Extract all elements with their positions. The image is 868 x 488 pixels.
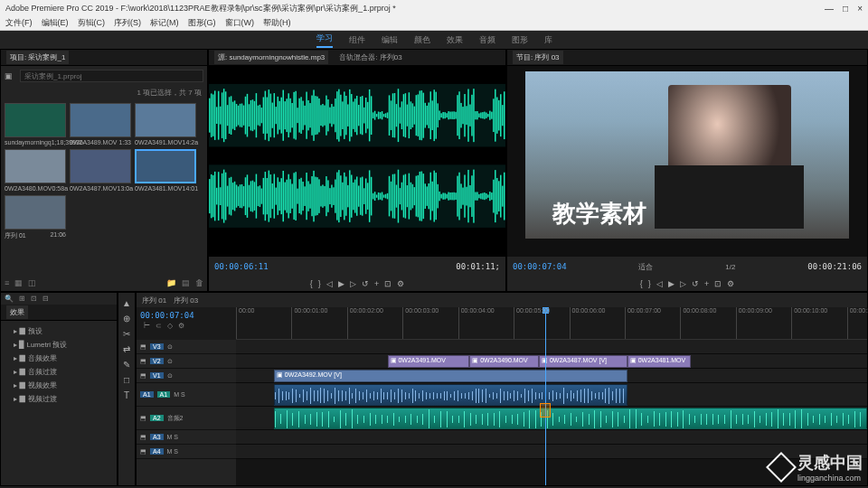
fx-search-icon[interactable]: 🔍 bbox=[5, 295, 14, 303]
program-timecode[interactable]: 00:00:07:04 bbox=[513, 262, 567, 271]
program-scale-dropdown[interactable]: 1/2 bbox=[725, 263, 735, 271]
workspace-tab-edit[interactable]: 编辑 bbox=[382, 34, 398, 46]
workspace-tab-library[interactable]: 库 bbox=[544, 34, 552, 46]
bin-item[interactable]: 序列 0121:06 bbox=[5, 195, 66, 240]
window-close-button[interactable]: × bbox=[857, 4, 863, 14]
new-bin-icon[interactable]: 📁 bbox=[166, 278, 176, 287]
workspace-tab-color[interactable]: 颜色 bbox=[414, 34, 430, 46]
timeline-ruler[interactable]: 00:0000:00:01:0000:00:02:0000:00:03:0000… bbox=[236, 307, 867, 340]
mark-out-icon[interactable]: } bbox=[318, 279, 321, 288]
track-header-a4[interactable]: ⬒A4M S bbox=[137, 445, 236, 459]
effects-tab[interactable]: 效果 bbox=[6, 305, 28, 319]
hand-tool-icon[interactable]: □ bbox=[124, 375, 129, 385]
bin-item[interactable]: 0W2A3487.MOV13:0a bbox=[70, 149, 131, 192]
mark-out-icon[interactable]: } bbox=[648, 279, 651, 288]
menu-graphics[interactable]: 图形(G) bbox=[188, 17, 216, 29]
bin-item[interactable]: sundaymorningq1;18;39936 bbox=[5, 103, 66, 145]
overwrite-icon[interactable]: ⊡ bbox=[384, 279, 392, 288]
delete-icon[interactable]: 🗑 bbox=[195, 278, 203, 287]
effects-folder-lumetri[interactable]: ▸ ▉ Lumetri 预设 bbox=[5, 338, 113, 352]
step-fwd-icon[interactable]: ▷ bbox=[350, 279, 356, 288]
razor-tool-icon[interactable]: ✂ bbox=[123, 329, 130, 339]
track-header-v1[interactable]: ⬒V1⊙ bbox=[137, 369, 236, 383]
bin-item[interactable]: 0W2A3489.MOV1:33 bbox=[70, 103, 131, 145]
step-back-icon[interactable]: ◁ bbox=[326, 279, 333, 288]
menu-file[interactable]: 文件(F) bbox=[5, 17, 33, 29]
source-in-timecode[interactable]: 00:00:06:11 bbox=[214, 262, 269, 271]
track-select-tool-icon[interactable]: ⊕ bbox=[123, 314, 130, 324]
timeline-clip[interactable]: ▣ 0W2A3487.MOV [V] bbox=[539, 355, 627, 368]
lift-icon[interactable]: + bbox=[704, 279, 709, 288]
source-waveform-view[interactable] bbox=[209, 66, 505, 257]
workspace-tab-audio[interactable]: 音频 bbox=[479, 34, 495, 46]
program-fit-dropdown[interactable]: 适合 bbox=[638, 262, 653, 272]
workspace-tab-effects[interactable]: 效果 bbox=[447, 34, 463, 46]
bin-item[interactable]: 0W2A3481.MOV14:01 bbox=[135, 149, 196, 192]
timeline-clip[interactable]: ▣ 0W2A3491.MOV bbox=[388, 355, 470, 368]
step-fwd-icon[interactable]: ▷ bbox=[680, 279, 686, 288]
play-icon[interactable]: ▶ bbox=[668, 279, 675, 288]
effects-folder-audio-trans[interactable]: ▸ ▉ 音频过渡 bbox=[5, 365, 113, 379]
workspace-tab-assembly[interactable]: 组件 bbox=[349, 34, 365, 46]
loop-icon[interactable]: ↺ bbox=[362, 279, 369, 288]
workspace-tab-graphics[interactable]: 图形 bbox=[512, 34, 528, 46]
track-header-a1[interactable]: A1A1M S bbox=[137, 383, 236, 407]
icon-view-icon[interactable]: ▦ bbox=[14, 278, 23, 287]
linked-selection-icon[interactable]: ⊂ bbox=[156, 322, 162, 330]
pen-tool-icon[interactable]: ✎ bbox=[123, 360, 130, 370]
timeline-audio-clip[interactable] bbox=[274, 408, 867, 429]
timeline-clip[interactable]: ▣ 0W2A3490.MOV bbox=[469, 355, 539, 368]
timeline-clip[interactable]: ▣ 0W2A3492.MOV [V] bbox=[274, 370, 627, 382]
project-tab[interactable]: 项目: 采访案例_1 bbox=[6, 51, 69, 64]
new-item-icon[interactable]: ▤ bbox=[182, 278, 190, 287]
menu-sequence[interactable]: 序列(S) bbox=[114, 17, 141, 29]
step-back-icon[interactable]: ◁ bbox=[656, 279, 663, 288]
program-tab[interactable]: 节目: 序列 03 bbox=[513, 51, 563, 64]
marker-icon[interactable]: ◇ bbox=[167, 322, 173, 330]
timeline-clip[interactable]: ▣ 0W2A3481.MOV bbox=[627, 355, 691, 368]
track-header-v2[interactable]: ⬒V2⊙ bbox=[137, 354, 236, 369]
timeline-tab-seq03[interactable]: 序列 03 bbox=[174, 296, 198, 305]
timeline-audio-clip[interactable] bbox=[274, 384, 627, 406]
slip-tool-icon[interactable]: ⇄ bbox=[123, 344, 130, 354]
effects-folder-video-fx[interactable]: ▸ ▉ 视频效果 bbox=[5, 379, 113, 392]
settings-icon[interactable]: ⚙ bbox=[727, 279, 734, 288]
menu-help[interactable]: 帮助(H) bbox=[263, 17, 291, 29]
settings-icon[interactable]: ⚙ bbox=[178, 322, 184, 330]
menu-window[interactable]: 窗口(W) bbox=[225, 17, 255, 29]
source-tab[interactable]: 源: sundaymorningnowhistle.mp3 bbox=[214, 51, 328, 64]
insert-icon[interactable]: + bbox=[374, 279, 379, 288]
audio-mixer-tab[interactable]: 音轨混合器: 序列03 bbox=[335, 51, 405, 64]
window-maximize-button[interactable]: □ bbox=[843, 4, 848, 14]
bin-item[interactable]: 0W2A3480.MOV0:58a bbox=[5, 149, 66, 192]
mark-in-icon[interactable]: { bbox=[640, 279, 643, 288]
play-icon[interactable]: ▶ bbox=[338, 279, 344, 288]
menu-edit[interactable]: 编辑(E) bbox=[42, 17, 69, 29]
track-header-a3[interactable]: ⬒A3M S bbox=[137, 430, 236, 445]
extract-icon[interactable]: ⊡ bbox=[714, 279, 722, 288]
mark-in-icon[interactable]: { bbox=[310, 279, 313, 288]
window-minimize-button[interactable]: — bbox=[825, 4, 834, 14]
timeline-timecode[interactable]: 00:00:07:04 bbox=[140, 311, 232, 320]
selection-tool-icon[interactable]: ▲ bbox=[122, 298, 131, 308]
track-header-a2[interactable]: ⬒A2音频2 bbox=[137, 407, 236, 430]
bin-item[interactable]: 0W2A3491.MOV14:2a bbox=[135, 103, 196, 145]
program-view[interactable]: 教学素材 bbox=[507, 66, 867, 257]
snap-icon[interactable]: ⊢ bbox=[144, 322, 150, 330]
svg-rect-219 bbox=[403, 94, 404, 136]
svg-rect-239 bbox=[421, 90, 422, 140]
export-frame-icon[interactable]: ⚙ bbox=[397, 279, 404, 288]
effects-folder-audio-fx[interactable]: ▸ ▉ 音频效果 bbox=[5, 352, 113, 365]
type-tool-icon[interactable]: T bbox=[124, 390, 129, 400]
track-header-v3[interactable]: ⬒V3⊙ bbox=[137, 340, 236, 354]
list-view-icon[interactable]: ≡ bbox=[5, 278, 9, 287]
freeform-view-icon[interactable]: ◫ bbox=[28, 278, 36, 287]
menu-marker[interactable]: 标记(M) bbox=[150, 17, 179, 29]
timeline-tab-seq01[interactable]: 序列 01 bbox=[142, 296, 166, 305]
loop-icon[interactable]: ↺ bbox=[692, 279, 699, 288]
effects-folder-video-trans[interactable]: ▸ ▉ 视频过渡 bbox=[5, 392, 113, 406]
menu-clip[interactable]: 剪辑(C) bbox=[78, 17, 106, 29]
effects-folder-presets[interactable]: ▸ ▉ 预设 bbox=[5, 324, 113, 338]
workspace-tab-learn[interactable]: 学习 bbox=[316, 33, 333, 48]
project-search-input[interactable] bbox=[20, 70, 203, 82]
